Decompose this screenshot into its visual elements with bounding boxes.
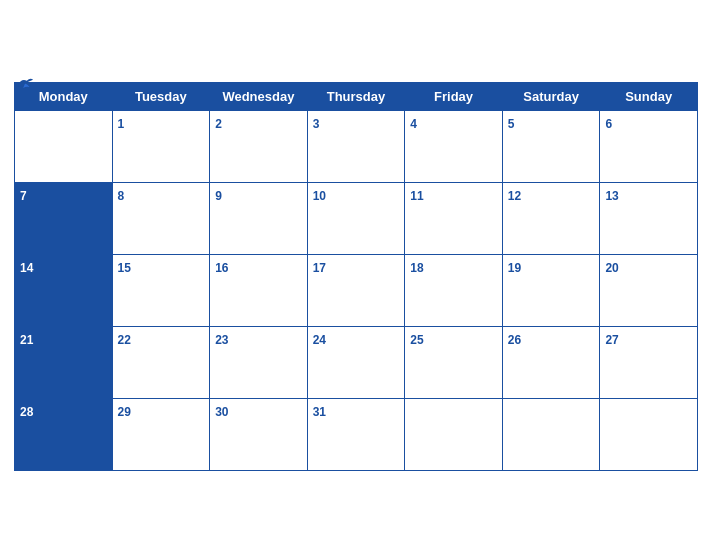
calendar-body: 1234567891011121314151617181920212223242… <box>15 110 698 470</box>
calendar-day-cell: 29 <box>112 398 210 470</box>
weekday-header-saturday: Saturday <box>502 82 600 110</box>
weekday-header-sunday: Sunday <box>600 82 698 110</box>
day-number: 17 <box>313 261 326 275</box>
calendar-day-cell: 6 <box>600 110 698 182</box>
day-number: 20 <box>605 261 618 275</box>
calendar-day-cell: 19 <box>502 254 600 326</box>
calendar-day-cell: 16 <box>210 254 308 326</box>
calendar-day-cell: 12 <box>502 182 600 254</box>
calendar-week-row: 78910111213 <box>15 182 698 254</box>
day-number: 25 <box>410 333 423 347</box>
day-number: 24 <box>313 333 326 347</box>
day-number: 1 <box>118 117 125 131</box>
day-number: 9 <box>215 189 222 203</box>
calendar-day-cell: 8 <box>112 182 210 254</box>
day-number: 22 <box>118 333 131 347</box>
day-number: 23 <box>215 333 228 347</box>
day-number: 8 <box>118 189 125 203</box>
calendar-day-cell: 23 <box>210 326 308 398</box>
day-number: 16 <box>215 261 228 275</box>
calendar-day-cell: 5 <box>502 110 600 182</box>
calendar-day-cell: 9 <box>210 182 308 254</box>
day-number: 15 <box>118 261 131 275</box>
day-number: 18 <box>410 261 423 275</box>
day-number: 31 <box>313 405 326 419</box>
logo-text-group <box>14 76 34 90</box>
calendar-day-cell: 10 <box>307 182 405 254</box>
calendar-day-cell: 26 <box>502 326 600 398</box>
calendar-wrapper: MondayTuesdayWednesdayThursdayFridaySatu… <box>0 66 712 485</box>
calendar-week-row: 21222324252627 <box>15 326 698 398</box>
day-number: 12 <box>508 189 521 203</box>
day-number: 5 <box>508 117 515 131</box>
calendar-week-row: 28293031 <box>15 398 698 470</box>
weekday-header-tuesday: Tuesday <box>112 82 210 110</box>
day-number: 4 <box>410 117 417 131</box>
day-number: 19 <box>508 261 521 275</box>
calendar-day-cell: 28 <box>15 398 113 470</box>
calendar-day-cell: 21 <box>15 326 113 398</box>
calendar-day-cell: 17 <box>307 254 405 326</box>
day-number: 21 <box>20 333 33 347</box>
day-number: 27 <box>605 333 618 347</box>
weekday-header-row: MondayTuesdayWednesdayThursdayFridaySatu… <box>15 82 698 110</box>
calendar-day-cell <box>502 398 600 470</box>
calendar-day-cell: 4 <box>405 110 503 182</box>
calendar-day-cell: 3 <box>307 110 405 182</box>
day-number: 26 <box>508 333 521 347</box>
calendar-table: MondayTuesdayWednesdayThursdayFridaySatu… <box>14 82 698 471</box>
day-number: 14 <box>20 261 33 275</box>
calendar-week-row: 14151617181920 <box>15 254 698 326</box>
day-number: 2 <box>215 117 222 131</box>
day-number: 11 <box>410 189 423 203</box>
day-number: 28 <box>20 405 33 419</box>
calendar-day-cell: 27 <box>600 326 698 398</box>
day-number: 10 <box>313 189 326 203</box>
calendar-day-cell: 14 <box>15 254 113 326</box>
day-number: 3 <box>313 117 320 131</box>
logo-area <box>14 76 34 90</box>
calendar-day-cell <box>405 398 503 470</box>
day-number: 6 <box>605 117 612 131</box>
calendar-day-cell: 2 <box>210 110 308 182</box>
calendar-day-cell: 18 <box>405 254 503 326</box>
calendar-thead: MondayTuesdayWednesdayThursdayFridaySatu… <box>15 82 698 110</box>
calendar-day-cell: 20 <box>600 254 698 326</box>
calendar-day-cell: 24 <box>307 326 405 398</box>
day-number: 30 <box>215 405 228 419</box>
calendar-day-cell: 22 <box>112 326 210 398</box>
logo-bird-icon <box>16 76 34 90</box>
calendar-day-cell <box>600 398 698 470</box>
calendar-day-cell: 11 <box>405 182 503 254</box>
calendar-day-cell: 25 <box>405 326 503 398</box>
weekday-header-thursday: Thursday <box>307 82 405 110</box>
day-number: 29 <box>118 405 131 419</box>
calendar-day-cell: 31 <box>307 398 405 470</box>
weekday-header-friday: Friday <box>405 82 503 110</box>
calendar-day-cell: 1 <box>112 110 210 182</box>
weekday-header-wednesday: Wednesday <box>210 82 308 110</box>
calendar-day-cell: 7 <box>15 182 113 254</box>
calendar-day-cell: 13 <box>600 182 698 254</box>
calendar-day-cell <box>15 110 113 182</box>
calendar-week-row: 123456 <box>15 110 698 182</box>
calendar-day-cell: 15 <box>112 254 210 326</box>
calendar-day-cell: 30 <box>210 398 308 470</box>
day-number: 7 <box>20 189 27 203</box>
day-number: 13 <box>605 189 618 203</box>
